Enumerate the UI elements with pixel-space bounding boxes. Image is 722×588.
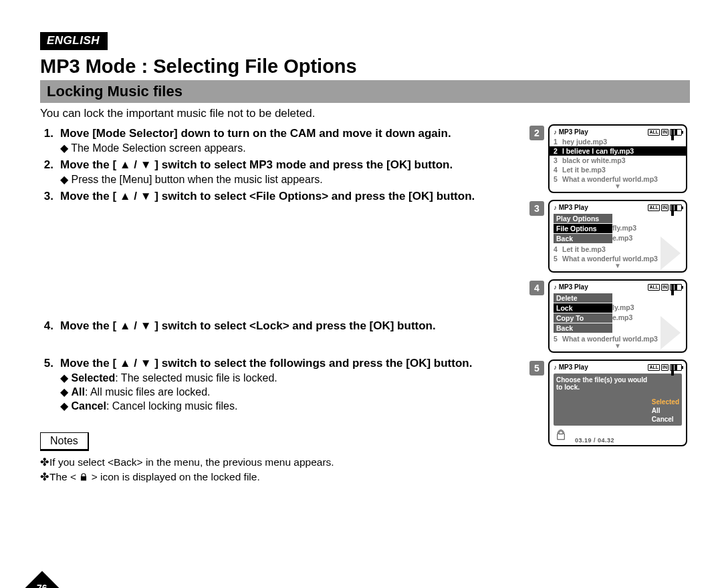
chevron-down-icon: ▼	[550, 184, 686, 189]
step-lead: Move [Mode Selector] down to turn on the…	[60, 127, 521, 140]
repeat-all-icon: ALL	[648, 364, 660, 371]
list-item: 4Let it be.mp3	[550, 165, 686, 174]
notes-list: If you select <Back> in the menu, the pr…	[40, 456, 521, 483]
status-icons: ALL IN	[648, 204, 682, 211]
step-4: 4. Move the [ / ] switch to select <Lock…	[40, 319, 521, 333]
lead-part: ] switch to select the followings and pr…	[152, 357, 473, 370]
instructions-column: 1. Move [Mode Selector] down to turn on …	[40, 123, 521, 494]
up-arrow-icon	[120, 319, 131, 332]
opt-text: : The selected music file is locked.	[115, 372, 277, 384]
dialog-option: All	[652, 407, 679, 414]
lock-icon	[79, 472, 88, 482]
memory-in-icon: IN	[661, 284, 669, 291]
step-5: 5. Move the [ / ] switch to select the f…	[40, 357, 521, 412]
device-shot-2: 2 MP3 Play ALL IN 1hey jude.mp3 2I belie…	[529, 124, 690, 193]
status-icons: ALL IN	[648, 129, 682, 136]
step-number: 1.	[40, 127, 53, 154]
section-subtitle: Locking Music files	[40, 80, 690, 103]
device-screen: MP3 Play ALL IN Choose the file(s) you w…	[548, 359, 687, 446]
note-part: The <	[49, 471, 79, 482]
language-tag: ENGLISH	[40, 32, 108, 50]
step-number: 5.	[40, 357, 53, 412]
battery-icon	[670, 284, 682, 291]
page-number: 76	[37, 583, 47, 588]
device-screen: MP3 Play ALL IN 1hey jude.mp3 2I believe…	[548, 124, 687, 193]
device-screen: MP3 Play ALL IN Delete Lock ly.mp3 Copy …	[548, 279, 687, 353]
lead-part: Move the [	[60, 158, 120, 171]
menu-item: Delete	[554, 293, 612, 303]
menu-item-selected: File Options	[554, 224, 612, 233]
step-lead: Move the [ / ] switch to select <Lock> a…	[60, 319, 521, 333]
device-shot-4: 4 MP3 Play ALL IN Delete Lock ly.mp3 Cop…	[529, 279, 690, 353]
dialog-option: Cancel	[652, 416, 679, 423]
step-number: 3.	[40, 190, 53, 203]
menu-item: Copy To	[554, 313, 612, 323]
opt-text: : Cancel locking music files.	[106, 400, 238, 412]
down-arrow-icon	[140, 158, 152, 171]
memory-in-icon: IN	[661, 204, 669, 211]
step-lead: Move the [ / ] switch to select <File Op…	[60, 190, 521, 203]
repeat-all-icon: ALL	[648, 204, 660, 211]
bg-text: e.mp3	[612, 234, 632, 242]
status-icons: ALL IN	[648, 284, 682, 291]
battery-icon	[670, 364, 682, 371]
menu-item: Back	[554, 323, 612, 333]
step-lead: Move the [ / ] switch to select MP3 mode…	[60, 158, 521, 172]
screen-title: MP3 Play	[554, 363, 588, 371]
step-sub: The Mode Selection screen appears.	[60, 142, 521, 154]
down-arrow-icon	[140, 190, 152, 202]
step-sub: Selected: The selected music file is loc…	[60, 372, 521, 384]
bg-text: fly.mp3	[612, 224, 636, 232]
note-item: The < > icon is displayed on the locked …	[49, 471, 521, 483]
dialog-text: Choose the file(s) you would to lock.	[556, 376, 652, 423]
screen-title: MP3 Play	[554, 204, 588, 211]
note-part: > icon is displayed on the locked file.	[88, 471, 259, 482]
step-lead: Move the [ / ] switch to select the foll…	[60, 357, 521, 370]
menu-item-selected: Lock	[554, 303, 612, 313]
status-icons: ALL IN	[648, 364, 682, 371]
device-shot-3: 3 MP3 Play ALL IN Play Options File Opti…	[529, 200, 690, 273]
down-arrow-icon	[140, 357, 152, 370]
step-2: 2. Move the [ / ] switch to select MP3 m…	[40, 158, 521, 186]
page-title: MP3 Mode : Selecting File Options	[40, 55, 690, 78]
repeat-all-icon: ALL	[648, 284, 660, 291]
device-screen: MP3 Play ALL IN Play Options File Option…	[548, 200, 687, 273]
note-item: If you select <Back> in the menu, the pr…	[49, 456, 521, 468]
opt-text: : All music files are locked.	[85, 386, 211, 398]
list-item: 1hey jude.mp3	[550, 137, 686, 146]
step-sub: Press the [Menu] button when the music l…	[60, 173, 521, 186]
opt-bold: Selected	[71, 372, 115, 384]
lead-part: Move the [	[60, 190, 120, 202]
lock-icon	[555, 429, 567, 441]
battery-icon	[670, 129, 682, 136]
step-3: 3. Move the [ / ] switch to select <File…	[40, 190, 521, 203]
memory-in-icon: IN	[661, 364, 669, 371]
step-badge: 4	[529, 281, 544, 295]
opt-bold: All	[71, 386, 84, 398]
lead-part: Move the [	[60, 357, 120, 370]
dialog-box: Choose the file(s) you would to lock. Se…	[554, 374, 682, 426]
notes-label: Notes	[40, 432, 89, 451]
up-arrow-icon	[120, 357, 131, 370]
screenshots-column: 2 MP3 Play ALL IN 1hey jude.mp3 2I belie…	[529, 123, 690, 494]
step-badge: 3	[529, 201, 544, 216]
bg-text: ly.mp3	[612, 303, 634, 311]
battery-icon	[670, 204, 682, 211]
screen-title: MP3 Play	[554, 283, 588, 291]
intro-text: You can lock the important music file no…	[40, 107, 690, 120]
step-number: 4.	[40, 319, 53, 333]
lead-part: Move the [	[60, 319, 120, 332]
up-arrow-icon	[120, 190, 131, 202]
up-arrow-icon	[120, 158, 131, 171]
step-number: 2.	[40, 158, 53, 186]
step-badge: 5	[529, 361, 544, 376]
lead-part: ] switch to select <Lock> and press the …	[152, 319, 436, 332]
lead-part: ] switch to select MP3 mode and press th…	[152, 158, 453, 171]
lead-part: ] switch to select <File Options> and pr…	[152, 190, 475, 202]
memory-in-icon: IN	[661, 129, 669, 136]
opt-bold: Cancel	[71, 400, 106, 412]
step-sub: Cancel: Cancel locking music files.	[60, 400, 521, 412]
menu-item: Back	[554, 234, 612, 243]
down-arrow-icon	[140, 319, 152, 332]
menu-item: Play Options	[554, 214, 612, 223]
